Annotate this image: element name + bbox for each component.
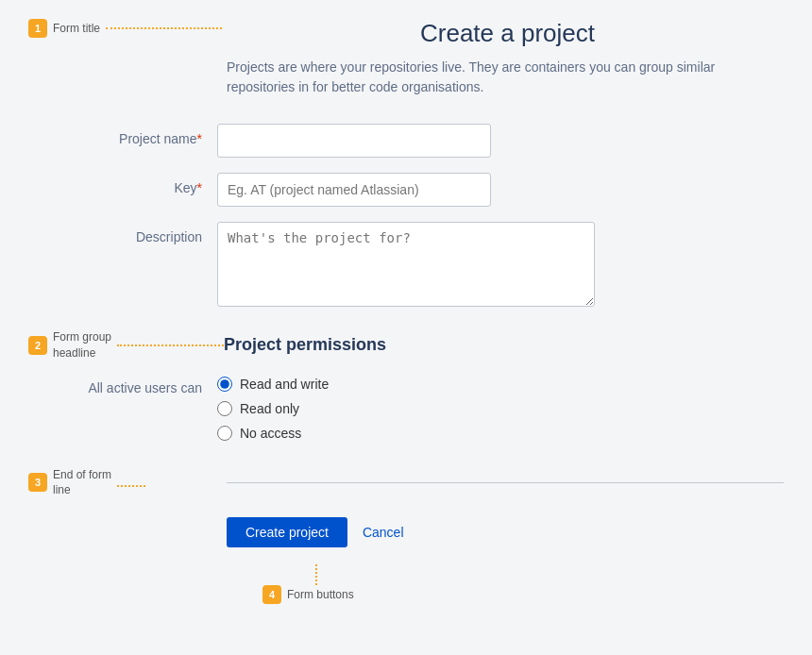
submit-button[interactable]: Create project xyxy=(227,517,347,547)
key-row: Key* xyxy=(28,173,784,207)
annotation-label-4: Form buttons xyxy=(287,587,354,603)
radio-no-access-label: No access xyxy=(240,426,301,441)
end-of-form-annotation: 3 End of form line xyxy=(28,467,217,499)
radio-no-access[interactable]: No access xyxy=(217,426,329,441)
radio-no-access-input[interactable] xyxy=(217,426,232,441)
permissions-header: 2 Form group headline Project permission… xyxy=(28,329,784,361)
required-asterisk-key: * xyxy=(197,180,202,195)
page-title: Create a project xyxy=(420,19,595,48)
project-name-label: Project name* xyxy=(28,124,217,146)
radio-options: Read and write Read only No access xyxy=(217,377,329,441)
radio-read-only[interactable]: Read only xyxy=(217,401,329,416)
radio-group-row: All active users can Read and write Read… xyxy=(28,377,784,441)
vertical-dotted-line xyxy=(315,564,317,585)
annotation-label-2a: Form group xyxy=(53,329,111,345)
annotation-label-1: Form title xyxy=(53,21,100,37)
key-input[interactable] xyxy=(217,173,491,207)
form-fields-section: Project name* Key* Description xyxy=(28,124,784,307)
description-textarea[interactable] xyxy=(217,222,595,307)
dotted-line-2 xyxy=(117,344,224,346)
end-of-form-section: 3 End of form line xyxy=(28,467,784,499)
radio-read-write-label: Read and write xyxy=(240,377,329,392)
page-container: 1 Form title Create a project Projects a… xyxy=(0,0,812,566)
description-text: Projects are where your repositories liv… xyxy=(227,58,746,97)
buttons-section: Create project Cancel xyxy=(227,517,784,547)
form-description: Projects are where your repositories liv… xyxy=(28,58,784,97)
project-name-row: Project name* xyxy=(28,124,784,158)
badge-4: 4 xyxy=(262,585,281,604)
form-buttons-annotation: 4 Form buttons xyxy=(262,585,354,604)
badge-1: 1 xyxy=(28,19,47,38)
horizontal-rule xyxy=(227,482,784,483)
badge-3: 3 xyxy=(28,473,47,492)
cancel-button[interactable]: Cancel xyxy=(359,517,408,547)
permissions-section: 2 Form group headline Project permission… xyxy=(28,329,784,441)
radio-group-label: All active users can xyxy=(28,377,217,395)
project-name-input[interactable] xyxy=(217,124,491,158)
badge-2: 2 xyxy=(28,336,47,355)
title-section: 1 Form title Create a project xyxy=(28,19,784,48)
short-dotted-3 xyxy=(117,485,145,487)
key-label: Key* xyxy=(28,173,217,195)
permissions-title: Project permissions xyxy=(224,335,386,355)
description-label: Description xyxy=(28,222,217,244)
annotation-label-3a: End of form xyxy=(53,467,111,483)
required-asterisk: * xyxy=(197,131,202,146)
description-row: Description xyxy=(28,222,784,307)
form-group-annotation: 2 Form group headline xyxy=(28,329,224,361)
radio-read-only-input[interactable] xyxy=(217,401,232,416)
radio-read-only-label: Read only xyxy=(240,401,299,416)
form-title-annotation: 1 Form title xyxy=(28,19,222,38)
annotation-label-3b: line xyxy=(53,482,111,498)
radio-read-write[interactable]: Read and write xyxy=(217,377,329,392)
radio-read-write-input[interactable] xyxy=(217,377,232,392)
dotted-line-1 xyxy=(106,27,222,29)
buttons-wrapper: Create project Cancel 4 Form buttons xyxy=(28,517,784,547)
annotation-label-2b: headline xyxy=(53,345,111,361)
